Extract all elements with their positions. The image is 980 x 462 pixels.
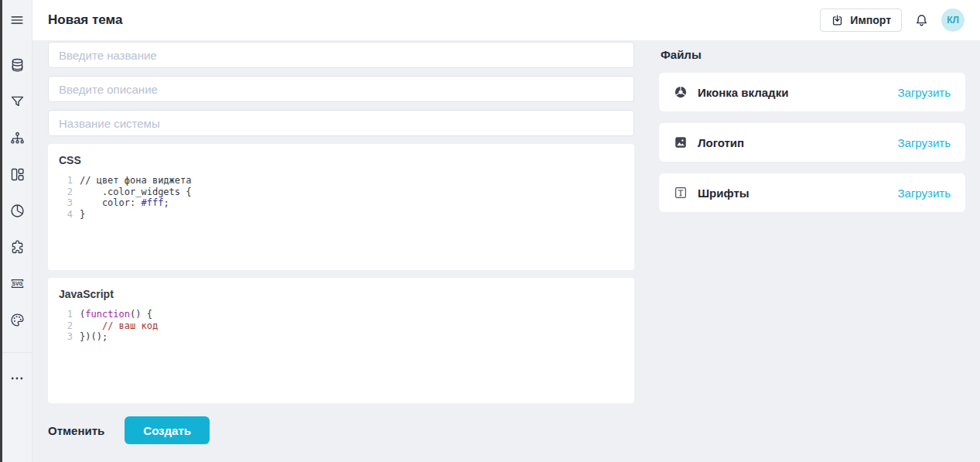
upload-tab-icon-link[interactable]: Загрузить — [898, 86, 951, 99]
page-header: Новая тема Импорт КЛ — [32, 0, 980, 40]
database-icon[interactable] — [8, 56, 26, 74]
notifications-bell-icon[interactable] — [913, 12, 930, 29]
upload-fonts-link[interactable]: Загрузить — [898, 187, 951, 200]
header-actions: Импорт КЛ — [820, 9, 965, 32]
theme-description-input[interactable] — [48, 76, 634, 102]
cancel-button[interactable]: Отменить — [48, 424, 104, 437]
menu-icon[interactable] — [8, 11, 26, 29]
form-actions: Отменить Создать — [48, 416, 634, 444]
create-button[interactable]: Создать — [125, 416, 210, 444]
js-editor-panel: JavaScript 1(function() {2 // ваш код3})… — [48, 278, 634, 403]
files-section-title: Файлы — [661, 48, 965, 61]
file-card-tab-icon: Иконка вкладки Загрузить — [659, 73, 965, 111]
sidebar: SVG — [2, 0, 32, 462]
pie-chart-icon[interactable] — [8, 201, 26, 220]
file-card-fonts: Шрифты Загрузить — [659, 173, 965, 212]
layout-icon[interactable] — [8, 165, 26, 183]
browser-tab-icon — [674, 85, 688, 99]
css-editor-panel: CSS 1// цвет фона виджета2 .color_widget… — [48, 144, 634, 270]
js-code-editor[interactable]: 1(function() {2 // ваш код3})(); — [59, 309, 623, 343]
filter-icon[interactable] — [8, 92, 26, 111]
user-avatar[interactable]: КЛ — [941, 9, 965, 32]
css-editor-title: CSS — [59, 154, 623, 166]
file-card-label: Иконка вкладки — [698, 86, 788, 99]
more-icon[interactable] — [8, 369, 26, 388]
upload-logo-link[interactable]: Загрузить — [898, 136, 951, 149]
theme-form: CSS 1// цвет фона виджета2 .color_widget… — [48, 42, 634, 444]
js-editor-title: JavaScript — [59, 288, 623, 300]
system-name-input[interactable] — [48, 110, 634, 136]
file-card-label: Шрифты — [698, 187, 750, 200]
sidebar-divider — [2, 352, 32, 353]
file-card-logo: Логотип Загрузить — [659, 123, 965, 162]
theme-name-input[interactable] — [48, 42, 634, 68]
import-button-label: Импорт — [850, 14, 891, 26]
sitemap-icon[interactable] — [8, 128, 26, 147]
puzzle-icon[interactable] — [8, 238, 26, 256]
import-button[interactable]: Импорт — [820, 9, 902, 32]
import-icon — [831, 14, 844, 27]
css-code-editor[interactable]: 1// цвет фона виджета2 .color_widgets {3… — [59, 175, 623, 220]
files-section: Файлы Иконка вкладки Загрузить Ло — [659, 40, 965, 212]
palette-icon[interactable] — [8, 310, 26, 329]
page-title: Новая тема — [48, 12, 122, 28]
file-card-label: Логотип — [698, 136, 744, 149]
image-icon — [674, 135, 688, 149]
font-icon — [674, 186, 688, 200]
window-edge — [0, 0, 2, 462]
svg-icon-label: SVG — [12, 281, 22, 286]
svg-file-icon[interactable]: SVG — [8, 274, 26, 293]
